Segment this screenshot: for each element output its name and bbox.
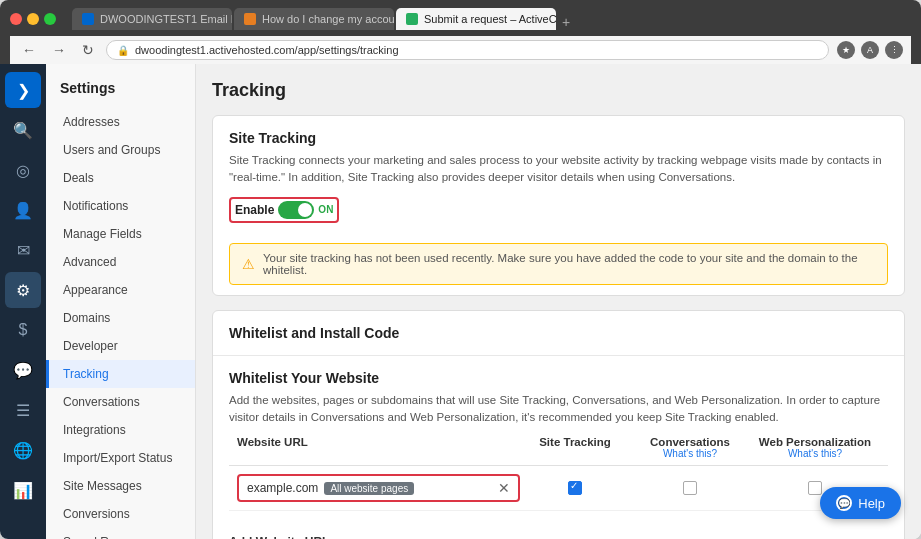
sidebar-item-integrations[interactable]: Integrations <box>46 416 195 444</box>
nav-icon-globe[interactable]: 🌐 <box>5 432 41 468</box>
browser-window: DWOODINGTEST1 Email Mar... ✕ How do I ch… <box>0 0 921 539</box>
nav-icon-search[interactable]: 🔍 <box>5 112 41 148</box>
sidebar-item-users-groups[interactable]: Users and Groups <box>46 136 195 164</box>
sidebar-nav: ❯ 🔍 ◎ 👤 ✉ ⚙ $ 💬 ☰ 🌐 📊 <box>0 64 46 539</box>
extension-icon-2[interactable]: A <box>861 41 879 59</box>
add-url-section: Add Website URL Add ✓ Include all websit… <box>213 525 904 539</box>
personalization-whatsthis-link[interactable]: What's this? <box>750 448 880 459</box>
tab-label-2: How do I change my account... <box>262 13 394 25</box>
traffic-lights <box>10 13 56 25</box>
lock-icon: 🔒 <box>117 45 129 56</box>
website-url-cell: example.com All website pages ✕ <box>237 474 520 502</box>
extension-icon-3[interactable]: ⋮ <box>885 41 903 59</box>
whitelist-table: Website URL Site Tracking Conversations … <box>213 430 904 525</box>
nav-icon-email[interactable]: ✉ <box>5 232 41 268</box>
whitelist-section-title: Whitelist Your Website <box>229 370 888 386</box>
tab-favicon-1 <box>82 13 94 25</box>
sidebar-item-domains[interactable]: Domains <box>46 304 195 332</box>
site-tracking-toggle[interactable] <box>278 201 314 219</box>
new-tab-button[interactable]: + <box>558 14 574 30</box>
sidebar-item-addresses[interactable]: Addresses <box>46 108 195 136</box>
sidebar-item-conversations[interactable]: Conversations <box>46 388 195 416</box>
page-title: Tracking <box>212 80 905 101</box>
nav-icon-list[interactable]: ☰ <box>5 392 41 428</box>
app-layout: ❯ 🔍 ◎ 👤 ✉ ⚙ $ 💬 ☰ 🌐 📊 Settings Addresses… <box>0 64 921 539</box>
whitelist-section-header: Whitelist Your Website Add the websites,… <box>213 356 904 431</box>
browser-tab-3[interactable]: Submit a request – ActiveCam... ✕ <box>396 8 556 30</box>
enable-label: Enable <box>235 203 274 217</box>
browser-controls: DWOODINGTEST1 Email Mar... ✕ How do I ch… <box>10 8 911 30</box>
sidebar-item-manage-fields[interactable]: Manage Fields <box>46 220 195 248</box>
table-header-row: Website URL Site Tracking Conversations … <box>229 430 888 466</box>
nav-icon-dollar[interactable]: $ <box>5 312 41 348</box>
whitelist-card: Whitelist and Install Code Whitelist You… <box>212 310 905 540</box>
site-tracking-desc: Site Tracking connects your marketing an… <box>229 152 888 187</box>
all-website-badge: All website pages <box>324 482 414 495</box>
close-window-button[interactable] <box>10 13 22 25</box>
site-tracking-header: Site Tracking Site Tracking connects you… <box>213 116 904 233</box>
sidebar-item-site-messages[interactable]: Site Messages <box>46 472 195 500</box>
tab-favicon-2 <box>244 13 256 25</box>
forward-button[interactable]: → <box>48 40 70 60</box>
help-label: Help <box>858 496 885 511</box>
conversations-whatsthis-link[interactable]: What's this? <box>630 448 750 459</box>
site-tracking-title: Site Tracking <box>229 130 888 146</box>
nav-icon-chat[interactable]: 💬 <box>5 352 41 388</box>
whitelist-section-desc: Add the websites, pages or subdomains th… <box>229 392 888 427</box>
browser-tab-1[interactable]: DWOODINGTEST1 Email Mar... ✕ <box>72 8 232 30</box>
conversations-checkbox-cell <box>630 481 750 495</box>
table-row: example.com All website pages ✕ <box>229 466 888 511</box>
col-header-personalization: Web Personalization What's this? <box>750 436 880 459</box>
address-bar[interactable]: 🔒 dwoodingtest1.activehosted.com/app/set… <box>106 40 829 60</box>
minimize-window-button[interactable] <box>27 13 39 25</box>
col-header-conversations: Conversations What's this? <box>630 436 750 459</box>
tracking-warning-banner: ⚠ Your site tracking has not been used r… <box>229 243 888 285</box>
col-header-tracking: Site Tracking <box>520 436 630 459</box>
col-header-url: Website URL <box>237 436 520 459</box>
help-icon: 💬 <box>836 495 852 511</box>
browser-chrome: DWOODINGTEST1 Email Mar... ✕ How do I ch… <box>0 0 921 64</box>
sidebar-item-tracking[interactable]: Tracking <box>46 360 195 388</box>
main-content: Tracking Site Tracking Site Tracking con… <box>196 64 921 539</box>
sidebar-menu-title: Settings <box>46 72 195 108</box>
address-text: dwoodingtest1.activehosted.com/app/setti… <box>135 44 399 56</box>
sidebar-item-notifications[interactable]: Notifications <box>46 192 195 220</box>
browser-tabs: DWOODINGTEST1 Email Mar... ✕ How do I ch… <box>72 8 911 30</box>
personalization-checkbox[interactable] <box>808 481 822 495</box>
enable-toggle-container: Enable ON <box>229 197 339 223</box>
nav-icon-settings[interactable]: ⚙ <box>5 272 41 308</box>
warning-text: Your site tracking has not been used rec… <box>263 252 875 276</box>
nav-icon-location[interactable]: ◎ <box>5 152 41 188</box>
sidebar-item-saved-responses[interactable]: Saved Responses <box>46 528 195 539</box>
remove-url-button[interactable]: ✕ <box>498 480 510 496</box>
nav-icon-chart[interactable]: 📊 <box>5 472 41 508</box>
nav-icon-contacts[interactable]: 👤 <box>5 192 41 228</box>
add-url-label: Add Website URL <box>229 535 888 539</box>
sidebar-item-import-export[interactable]: Import/Export Status <box>46 444 195 472</box>
sidebar-item-advanced[interactable]: Advanced <box>46 248 195 276</box>
sidebar-item-appearance[interactable]: Appearance <box>46 276 195 304</box>
tab-favicon-3 <box>406 13 418 25</box>
refresh-button[interactable]: ↻ <box>78 40 98 60</box>
conversations-checkbox[interactable] <box>683 481 697 495</box>
sidebar-item-deals[interactable]: Deals <box>46 164 195 192</box>
extension-icon-1[interactable]: ★ <box>837 41 855 59</box>
address-bar-row: ← → ↻ 🔒 dwoodingtest1.activehosted.com/a… <box>10 36 911 64</box>
maximize-window-button[interactable] <box>44 13 56 25</box>
whitelist-card-title: Whitelist and Install Code <box>229 325 888 341</box>
tab-label-3: Submit a request – ActiveCam... <box>424 13 556 25</box>
sidebar-menu: Settings Addresses Users and Groups Deal… <box>46 64 196 539</box>
nav-icon-collapse[interactable]: ❯ <box>5 72 41 108</box>
help-button[interactable]: 💬 Help <box>820 487 901 519</box>
tracking-checkbox-cell <box>520 481 630 495</box>
browser-tab-2[interactable]: How do I change my account... ✕ <box>234 8 394 30</box>
enable-row: Enable ON <box>229 197 888 223</box>
sidebar-item-conversions[interactable]: Conversions <box>46 500 195 528</box>
back-button[interactable]: ← <box>18 40 40 60</box>
toggle-on-label: ON <box>318 204 333 215</box>
tracking-checkbox[interactable] <box>568 481 582 495</box>
warning-icon: ⚠ <box>242 256 255 272</box>
tab-label-1: DWOODINGTEST1 Email Mar... <box>100 13 232 25</box>
sidebar-item-developer[interactable]: Developer <box>46 332 195 360</box>
site-tracking-card: Site Tracking Site Tracking connects you… <box>212 115 905 296</box>
